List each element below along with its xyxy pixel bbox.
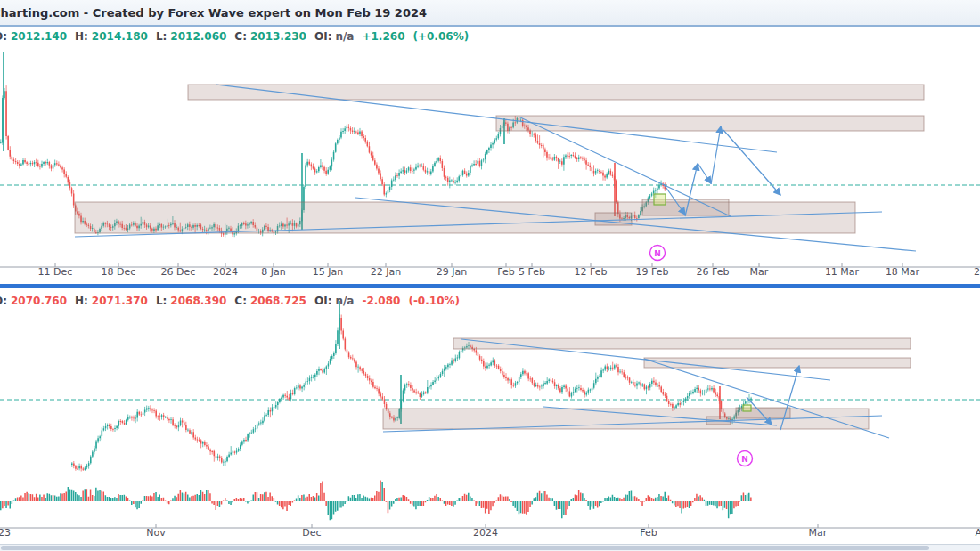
wave-badge-label: N — [654, 249, 661, 258]
x-axis-label[interactable]: 2024 — [213, 266, 238, 278]
x-axis-label[interactable]: 15 Jan — [313, 266, 343, 278]
ohlc-value: 2013.230 — [250, 30, 306, 43]
x-axis-label[interactable]: Mar — [809, 527, 828, 539]
x-axis-label[interactable]: 26 Feb — [697, 266, 730, 278]
charting-app: N11 Dec18 Dec26 Dec20248 Jan15 Jan22 Jan… — [0, 0, 980, 551]
bottom-ohlc-readout: O:2070.760H:2071.370L:2068.390C:2068.725… — [0, 295, 468, 307]
ohlc-label: C: — [234, 295, 247, 307]
trendline[interactable] — [519, 117, 731, 216]
x-axis-label[interactable]: Dec — [302, 527, 321, 539]
x-axis-label[interactable]: 5 Feb — [519, 266, 545, 278]
ohlc-value: +1.260 — [362, 30, 404, 43]
x-axis-label[interactable]: 2023 — [0, 527, 11, 539]
ohlc-value: 2012.060 — [170, 30, 226, 43]
ohlc-value: 2014.180 — [92, 30, 148, 43]
top-ohlc-readout: O:2012.140H:2014.180L:2012.060C:2013.230… — [0, 30, 477, 43]
ohlc-label: C: — [234, 30, 247, 43]
ohlc-label: OI: — [314, 295, 331, 307]
x-axis-label[interactable]: 2024 — [473, 527, 498, 539]
app-title: Charting.com - Created by Forex Wave exp… — [0, 6, 427, 20]
ohlc-label: L: — [156, 295, 167, 307]
horizontal-scrollbar[interactable] — [0, 544, 980, 551]
x-axis-label[interactable]: 29 Jan — [437, 266, 467, 278]
x-axis-label[interactable]: 18 Dec — [102, 266, 136, 278]
ohlc-value: 2012.140 — [11, 30, 67, 43]
supply-demand-zone[interactable] — [644, 358, 911, 368]
x-axis-label[interactable]: 19 Feb — [636, 266, 669, 278]
ohlc-muted: n/a — [335, 295, 354, 307]
x-axis-label[interactable]: 26 Dec — [161, 266, 196, 278]
ohlc-label: O: — [0, 295, 7, 307]
x-axis-label[interactable]: 8 Jan — [261, 266, 285, 278]
arrow-annotation[interactable] — [711, 126, 721, 184]
ohlc-value: 2071.370 — [92, 295, 148, 307]
arrow-annotation[interactable] — [698, 163, 711, 183]
bottom-chart-plot: N2023NovDec2024FebMarApr — [0, 301, 980, 539]
supply-demand-zone[interactable] — [496, 116, 924, 131]
wave-badge-label: N — [741, 455, 748, 464]
highlight-box[interactable] — [743, 405, 751, 411]
x-axis-label[interactable]: 22 Jan — [371, 266, 401, 278]
x-axis-label[interactable]: Mar — [750, 266, 769, 278]
top-chart-plot: N11 Dec18 Dec26 Dec20248 Jan15 Jan22 Jan… — [0, 52, 980, 278]
x-axis-label[interactable]: 11 Dec — [38, 266, 73, 278]
ohlc-value: -2.080 — [362, 295, 400, 307]
ohlc-muted: n/a — [335, 30, 354, 43]
ohlc-value: (-0.10%) — [408, 295, 460, 307]
highlight-box[interactable] — [654, 194, 666, 205]
title-bar: Charting.com - Created by Forex Wave exp… — [0, 0, 980, 27]
x-axis-label[interactable]: 25 Mar — [974, 266, 980, 278]
x-axis-label[interactable]: Apr — [975, 527, 980, 539]
ohlc-value: 2068.725 — [250, 295, 306, 307]
x-axis-label[interactable]: Nov — [146, 527, 166, 539]
ohlc-label: OI: — [314, 30, 331, 43]
ohlc-value: 2070.760 — [11, 295, 67, 307]
supply-demand-zone[interactable] — [75, 202, 855, 233]
ohlc-label: H: — [75, 295, 88, 307]
x-axis-label[interactable]: 11 Mar — [825, 266, 860, 278]
ohlc-value: 2068.390 — [170, 295, 226, 307]
scrollbar-thumb[interactable] — [1, 546, 929, 550]
ohlc-label: O: — [0, 30, 7, 43]
chart-canvas[interactable]: N11 Dec18 Dec26 Dec20248 Jan15 Jan22 Jan… — [0, 0, 980, 551]
ohlc-label: L: — [156, 30, 167, 43]
x-axis-label[interactable]: 12 Feb — [575, 266, 608, 278]
ohlc-value: (+0.06%) — [412, 30, 469, 43]
x-axis-label[interactable]: Feb — [497, 266, 514, 278]
pane-divider[interactable] — [0, 284, 980, 288]
supply-demand-zone[interactable] — [188, 85, 924, 100]
ohlc-label: H: — [75, 30, 88, 43]
supply-demand-zone[interactable] — [453, 338, 911, 349]
x-axis-label[interactable]: 18 Mar — [886, 266, 920, 278]
x-axis-label[interactable]: Feb — [640, 527, 657, 539]
